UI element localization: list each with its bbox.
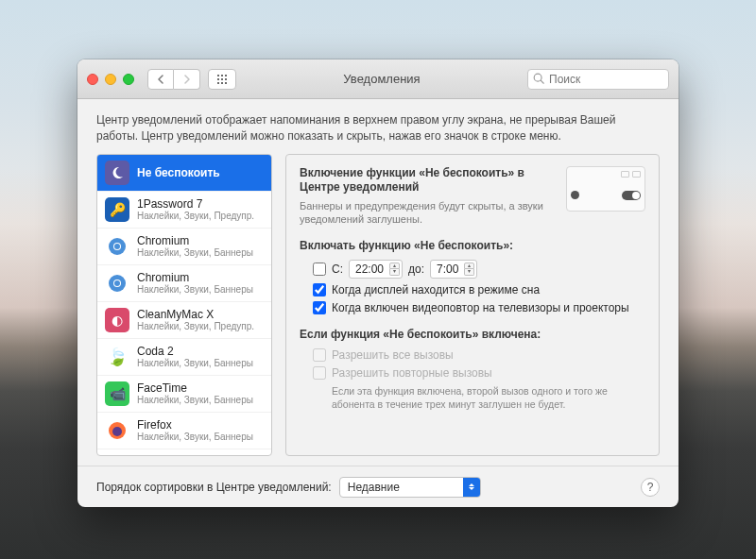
sidebar-item[interactable]: ◐CleanMyMac XНаклейки, Звуки, Предупр. [97, 302, 271, 339]
app-list[interactable]: Не беспокоить🔑1Password 7Наклейки, Звуки… [96, 154, 272, 456]
close-window-button[interactable] [87, 74, 98, 85]
allow-all-calls-checkbox [313, 348, 326, 362]
window-title: Уведомления [244, 72, 520, 86]
svg-point-4 [114, 244, 120, 249]
when-on-title: Если функция «Не беспокоить» включена: [300, 328, 645, 341]
minimize-window-button[interactable] [105, 74, 116, 85]
from-label: С: [332, 263, 343, 276]
search-icon [532, 72, 545, 85]
titlebar: Уведомления [77, 59, 679, 99]
search-field-wrap [527, 69, 669, 90]
moon-icon [105, 161, 129, 185]
allow-repeat-calls-label: Разрешить повторные вызовы [332, 366, 492, 380]
sidebar-item-sub: Наклейки, Звуки, Предупр. [137, 211, 254, 221]
sort-value: Недавние [340, 481, 463, 494]
preferences-window: Уведомления Центр уведомлений отображает… [77, 59, 679, 507]
nav-buttons [147, 69, 200, 90]
sidebar-item-sub: Наклейки, Звуки, Предупр. [137, 321, 254, 331]
svg-line-1 [541, 80, 543, 83]
sidebar-item[interactable]: Не беспокоить [97, 155, 271, 192]
sidebar-item-title: FaceTime [137, 381, 253, 395]
schedule-title: Включать функцию «Не беспокоить»: [300, 239, 645, 252]
footer: Порядок сортировки в Центре уведомлений:… [77, 466, 679, 507]
sidebar-item-title: Chromium [137, 271, 253, 284]
allow-all-calls-label: Разрешить все вызовы [332, 348, 454, 362]
sidebar-item-title: 1Password 7 [137, 197, 254, 211]
sidebar-item-sub: Наклейки, Звуки, Баннеры [137, 247, 253, 258]
video-icon: 📹 [105, 381, 129, 406]
sidebar-item[interactable]: ChromiumНаклейки, Звуки, Баннеры [97, 265, 271, 302]
from-time-field[interactable]: 22:00 ▴▾ [349, 260, 403, 279]
sidebar-item[interactable]: 🔑1Password 7Наклейки, Звуки, Предупр. [97, 192, 271, 229]
to-label: до: [408, 263, 424, 276]
to-time-value: 7:00 [433, 263, 462, 276]
to-time-field[interactable]: 7:00 ▴▾ [430, 260, 477, 279]
key-icon: 🔑 [105, 197, 129, 222]
pane-desc: Баннеры и предупреждения будут скрыты, а… [300, 199, 555, 227]
svg-point-7 [114, 280, 120, 286]
notification-center-preview [566, 166, 645, 212]
cmm-icon: ◐ [105, 308, 129, 332]
moon-icon [571, 191, 579, 199]
mirror-checkbox[interactable] [313, 301, 326, 314]
allow-repeat-calls-checkbox [313, 366, 326, 380]
sidebar-item-title: Firefox [137, 418, 253, 432]
settings-pane: Включение функции «Не беспокоить» в Цент… [285, 154, 660, 456]
schedule-enable-checkbox[interactable] [313, 263, 326, 276]
sort-select[interactable]: Недавние [339, 477, 481, 498]
show-all-button[interactable] [208, 69, 236, 90]
traffic-lights [87, 74, 134, 85]
sidebar-item-sub: Наклейки, Звуки, Баннеры [137, 358, 253, 368]
back-button[interactable] [147, 69, 174, 90]
mirror-label: Когда включен видеоповтор на телевизоры … [332, 301, 629, 314]
sidebar-item[interactable]: 🚜ForkLiftНаклейки, Звуки, Баннеры [97, 449, 271, 455]
zoom-window-button[interactable] [123, 74, 134, 85]
sidebar-item-sub: Наклейки, Звуки, Баннеры [137, 284, 253, 295]
to-time-stepper[interactable]: ▴▾ [464, 263, 474, 276]
sidebar-item[interactable]: 📹FaceTimeНаклейки, Звуки, Баннеры [97, 376, 271, 413]
select-arrows-icon [463, 478, 480, 497]
sidebar-item[interactable]: ChromiumНаклейки, Звуки, Баннеры [97, 229, 271, 265]
switch-icon [622, 191, 641, 200]
pane-heading: Включение функции «Не беспокоить» в Цент… [300, 166, 555, 195]
help-button[interactable]: ? [641, 478, 660, 497]
sort-label: Порядок сортировки в Центре уведомлений: [96, 481, 332, 494]
intro-text: Центр уведомлений отображает напоминания… [77, 99, 679, 154]
chrome-icon [105, 271, 129, 296]
svg-point-9 [112, 427, 122, 436]
main-area: Не беспокоить🔑1Password 7Наклейки, Звуки… [77, 154, 679, 466]
sidebar-item-title: Не беспокоить [137, 166, 220, 179]
sleep-label: Когда дисплей находится в режиме сна [332, 283, 540, 296]
firefox-icon [105, 418, 129, 443]
sidebar-item-sub: Наклейки, Звуки, Баннеры [137, 395, 253, 405]
sidebar-item-title: Coda 2 [137, 345, 253, 358]
sidebar-item-sub: Наклейки, Звуки, Баннеры [137, 432, 253, 442]
leaf-icon: 🍃 [105, 345, 129, 369]
sidebar-item[interactable]: FirefoxНаклейки, Звуки, Баннеры [97, 413, 271, 449]
sidebar-item[interactable]: 🍃Coda 2Наклейки, Звуки, Баннеры [97, 339, 271, 376]
from-time-value: 22:00 [352, 263, 387, 276]
forward-button[interactable] [174, 69, 200, 90]
from-time-stepper[interactable]: ▴▾ [389, 263, 400, 276]
repeat-hint: Если эта функция включена, второй вызов … [332, 385, 645, 411]
sleep-checkbox[interactable] [313, 283, 326, 296]
search-input[interactable] [527, 69, 669, 90]
chrome-icon [105, 234, 129, 259]
sidebar-item-title: Chromium [137, 234, 253, 247]
grid-icon [216, 74, 228, 85]
sidebar-item-title: CleanMyMac X [137, 308, 254, 321]
